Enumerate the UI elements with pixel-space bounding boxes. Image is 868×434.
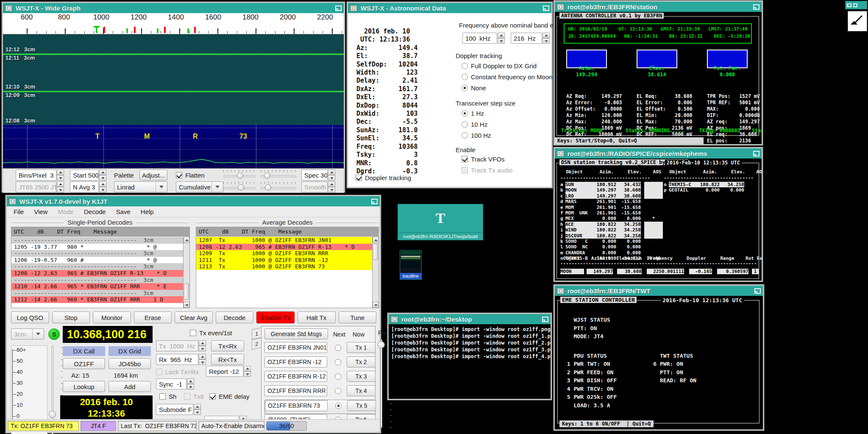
radio-constant-freq[interactable]: Constant frequency on Moon [462,73,553,81]
combo-arrow-icon[interactable] [211,182,220,192]
decode-row[interactable]: 1211 Tx 1000 @ OZ1FF EB3FRN -12 [196,257,372,264]
checkbox-box[interactable] [209,393,216,400]
combo-arrow-icon[interactable] [156,182,164,192]
tx-message-field[interactable]: OZ1FF EB3FRN RRR [264,385,327,396]
menu-item[interactable]: Mode [53,207,78,216]
scroll-up-icon[interactable] [373,237,378,243]
action-button[interactable]: Stop [52,312,90,323]
menu-item[interactable]: File [9,207,28,216]
next-radio[interactable] [335,373,341,380]
radio-100hz[interactable]: 100 Hz [462,132,491,139]
decode-row[interactable]: 1208 -12 2.63 965 # EB3FRN OZ1FF R-13 * … [196,244,372,250]
decode-row[interactable]: 1212 -14 2.66 960 * EB3FRN OZ1FF RRR 1 D [11,296,183,303]
decode-row[interactable]: 1205 -19 3.77 980 * * @ [11,244,183,250]
scroll-down-icon[interactable] [184,302,189,308]
radio-10hz[interactable]: 10 Hz [462,121,487,128]
track-vfos-checkbox[interactable]: Track VFOs [462,156,504,163]
zero-slider[interactable] [261,170,296,180]
tx-even-checkbox[interactable]: Tx even/1st [190,329,232,337]
n-avg-spinner[interactable]: N Avg 3 [70,181,106,192]
iconify-icon[interactable] [753,4,760,10]
twt-titlebar[interactable]: root@eb3frn:/EB3FRN/TWT [555,286,763,296]
flatten-checkbox[interactable]: Flatten [176,172,205,179]
decode-row[interactable]: 1206 -19-0.57 960 # * @ [11,257,183,264]
eme-delay-checkbox[interactable]: EME delay [209,393,250,400]
palette-combo[interactable]: Linrad [114,181,167,192]
tx-message-field[interactable]: OZ1FF EB3FRN -12 [264,356,327,367]
tx-message-field[interactable]: OZ1FF EB3FRN JN01 [264,342,327,353]
checkbox-box[interactable] [190,330,196,336]
checkbox-box[interactable] [159,393,166,400]
iconify-icon[interactable] [542,317,548,322]
hz-spinner[interactable]: 216 Hz [511,33,550,44]
iconify-icon[interactable] [335,6,342,11]
decode-row[interactable]: ------------------------------------- 3c… [11,290,183,297]
next-radio[interactable] [335,345,341,351]
combo-arrow-icon[interactable] [32,329,41,339]
slider-knob[interactable] [237,172,243,179]
radio-circle[interactable] [462,132,468,139]
window-menu-icon[interactable] [557,4,564,10]
menu-item[interactable]: View [30,207,52,216]
action-button[interactable]: Log QSO [11,312,49,323]
slider-knob[interactable] [264,172,270,179]
scroll-thumb[interactable] [184,284,189,300]
pointer-widget[interactable] [848,11,867,31]
slider-knob[interactable] [238,184,244,191]
tx-lt-rx-button[interactable]: Tx<Rx [211,340,244,351]
action-button[interactable]: Tune [339,312,377,323]
decode-row[interactable]: 1213 Tx 1000 @ OZ1FF EB3FRN 73 [196,263,372,270]
window-menu-icon[interactable] [557,288,564,294]
icon-wsjtx-build-terminal[interactable]: T root@eb3frn:/RADIO/K1JT/wsjtx/build [398,204,483,240]
tx-now-button[interactable]: Tx 5 [347,400,376,411]
scrollbar[interactable] [183,237,189,308]
action-button[interactable]: Clear Avg [175,312,213,323]
next-radio[interactable] [335,359,341,365]
station-titlebar[interactable]: root@eb3frn:/EB3FRN/station [555,2,762,12]
gain2-slider[interactable] [223,182,256,192]
sync-spinner[interactable]: Sync -1 [156,378,194,389]
start-spinner[interactable]: Start 500 [70,170,106,181]
tx-message-field[interactable]: OZ1FF EB3FRN R-12 [264,371,327,382]
iconify-icon[interactable] [754,288,761,294]
spinner-arrows-icon[interactable] [199,354,206,365]
spinner-arrows-icon[interactable] [328,170,335,181]
gain-slider[interactable] [223,170,256,180]
wide-graph-titlebar[interactable]: WSJT-X - Wide Graph [3,3,344,13]
lookup-button[interactable]: Lookup [63,381,105,392]
window-menu-icon[interactable] [9,198,16,205]
scrollbar[interactable] [372,237,378,308]
menu-item[interactable]: Help [136,207,158,216]
iconify-icon[interactable] [847,3,851,7]
action-button[interactable]: Erase [134,312,172,323]
palette-adjust-button[interactable]: Adjust... [139,170,167,181]
window-menu-icon[interactable] [557,150,564,157]
spinner-arrows-icon[interactable] [194,404,201,415]
decode-row[interactable]: ------------------------------------- 3c… [11,250,183,257]
window-box-icon[interactable] [853,3,857,7]
main-titlebar[interactable]: WSJT-X v1.7.0-devel by K1JT [7,196,380,206]
waterfall[interactable]: 12:12 3cm 12:11 3cm 12:10 3cm 12:09 3cm … [3,34,344,125]
radio-circle[interactable] [462,110,468,117]
spec-spinner[interactable]: Spec 30 [301,170,335,181]
menu-item[interactable]: Decode [80,207,110,216]
iconify-icon[interactable] [371,199,378,204]
iconify-icon[interactable] [753,151,760,156]
tx-now-button[interactable]: Tx 4 [347,385,376,396]
khz-spinner[interactable]: 100 kHz [462,33,505,44]
band-combo[interactable]: 3cm [11,328,44,339]
slider-knob[interactable] [378,341,385,348]
rx-freq-spinner[interactable]: Rx 965 Hz [156,354,206,365]
cumulative-combo[interactable]: Cumulative [176,181,223,192]
menu-item[interactable]: Save [112,207,135,216]
generate-std-msgs-button[interactable]: Generate Std Msgs [264,328,328,339]
action-button[interactable]: Halt Tx [298,312,336,323]
add-button[interactable]: Add [108,381,151,392]
checkbox-box[interactable] [356,175,362,181]
spinner-arrows-icon[interactable] [187,378,194,389]
slider-knob[interactable] [49,411,56,418]
flatten-checkbox-box[interactable] [176,172,182,178]
icon-baudline[interactable]: baudline [400,250,422,280]
action-button[interactable]: Decode [216,312,254,323]
decode-row[interactable]: ------------------------------------- 3c… [11,277,183,284]
